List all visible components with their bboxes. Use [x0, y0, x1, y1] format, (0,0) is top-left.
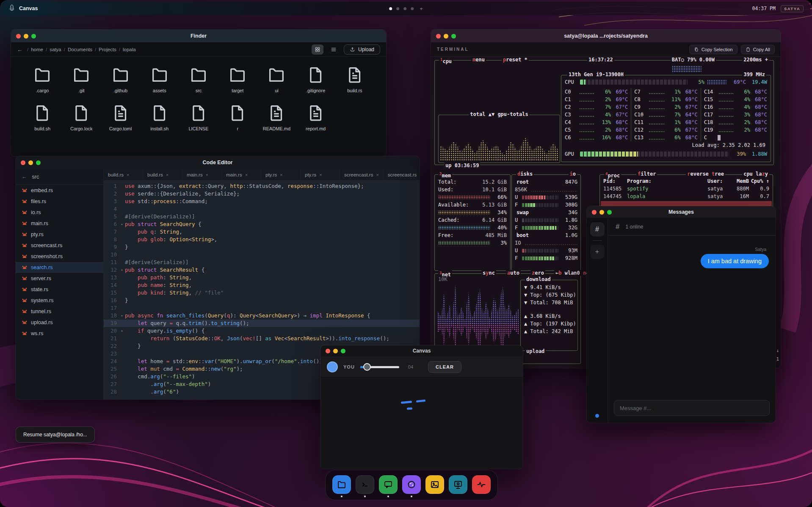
process-row[interactable]: 144745lopalasatya16M0.7 [601, 193, 772, 200]
finder-file[interactable]: .git [63, 65, 99, 93]
maximize-button[interactable] [341, 349, 345, 353]
finder-file[interactable]: README.md [258, 103, 295, 131]
preset-button[interactable]: preset * [502, 57, 529, 63]
sidebar-item-ws.rs[interactable]: ws.rs [16, 328, 103, 339]
sidebar-item-embed.rs[interactable]: embed.rs [16, 185, 103, 196]
editor-tab[interactable]: pty.rs× [301, 169, 340, 180]
io-label[interactable]: io [569, 171, 577, 177]
workspace-dot-2[interactable] [396, 7, 399, 10]
back-button[interactable]: ← [22, 174, 27, 180]
sidebar-item-screenshot.rs[interactable]: screenshot.rs [16, 251, 103, 262]
finder-icon[interactable] [332, 475, 351, 494]
sidebar-item-pty.rs[interactable]: pty.rs [16, 229, 103, 240]
crumb-satya[interactable]: satya [50, 47, 61, 52]
editor-tab[interactable]: build.rs× [104, 169, 143, 180]
upload-button[interactable]: Upload [344, 44, 380, 55]
zero-option[interactable]: zero [530, 270, 545, 276]
editor-tab[interactable]: screencast.rs× [340, 169, 384, 180]
editor-tab[interactable]: main.rs× [222, 169, 261, 180]
minimize-button[interactable] [444, 34, 448, 39]
minimize-button[interactable] [333, 349, 338, 353]
messages-titlebar[interactable]: Messages [587, 206, 776, 218]
activity-icon[interactable] [472, 475, 491, 494]
screencast-icon[interactable] [449, 475, 467, 494]
cpu-lazy-option[interactable]: cpu lazy [742, 171, 769, 177]
back-button[interactable]: ← [17, 46, 23, 53]
message-input[interactable] [614, 400, 770, 416]
close-tab-icon[interactable]: × [319, 172, 322, 177]
sidebar-item-search.rs[interactable]: search.rs [16, 262, 103, 273]
finder-file[interactable]: .github [102, 65, 139, 93]
editor-tab[interactable]: screencast.rs× [384, 169, 420, 180]
finder-file[interactable]: build.rs [337, 65, 373, 93]
crumb-Projects[interactable]: Projects [99, 47, 116, 52]
maximize-button[interactable] [36, 160, 41, 165]
browser-icon[interactable] [402, 475, 421, 494]
editor-titlebar[interactable]: Code Editor [16, 156, 420, 169]
sync-option[interactable]: sync [481, 270, 496, 276]
sidebar-item-system.rs[interactable]: system.rs [16, 295, 103, 306]
canvas-titlebar[interactable]: Canvas [320, 345, 523, 356]
finder-file[interactable]: target [219, 65, 256, 93]
finder-file[interactable]: .gitignore [298, 65, 334, 93]
close-tab-icon[interactable]: × [206, 172, 208, 177]
dock-item-browser[interactable] [402, 475, 421, 497]
dock-item-terminal[interactable] [356, 475, 374, 497]
scroll-down-hint[interactable]: ↓ [776, 347, 779, 355]
close-button[interactable] [592, 210, 597, 215]
close-button[interactable] [21, 160, 25, 165]
finder-file[interactable]: r [219, 103, 256, 131]
interface-label[interactable]: ←b wlan0 n→ [554, 270, 591, 276]
add-workspace-button[interactable]: + [420, 6, 423, 12]
chat-area[interactable]: Satya I am bad at drawing [608, 236, 776, 395]
finder-file[interactable]: build.sh [24, 103, 61, 131]
finder-titlebar[interactable]: Finder [11, 30, 386, 42]
sidebar-item-screencast.rs[interactable]: screencast.rs [16, 240, 103, 251]
copy-selection-button[interactable]: Copy Selection [689, 45, 737, 54]
user-badge[interactable]: SATYA [781, 5, 804, 12]
sidebar-item-files.rs[interactable]: files.rs [16, 196, 103, 207]
minimize-button[interactable] [28, 160, 33, 165]
sort-options[interactable]: reverse tree [686, 171, 725, 177]
sidebar-item-io.rs[interactable]: io.rs [16, 207, 103, 218]
finder-file[interactable]: ui [258, 65, 295, 93]
auto-option[interactable]: auto [506, 270, 521, 276]
minimize-button[interactable] [599, 210, 604, 215]
channel-button[interactable]: # [590, 222, 605, 237]
dock-item-finder[interactable] [332, 475, 351, 497]
sidebar-item-state.rs[interactable]: state.rs [16, 284, 103, 295]
dock-item-activity[interactable] [472, 475, 491, 497]
sidebar-item-server.rs[interactable]: server.rs [16, 273, 103, 284]
sidebar-item-main.rs[interactable]: main.rs [16, 218, 103, 229]
maximize-button[interactable] [451, 34, 456, 39]
gallery-icon[interactable] [425, 475, 444, 494]
drawing-canvas[interactable] [320, 377, 523, 469]
finder-file[interactable]: install.sh [141, 103, 178, 131]
add-channel-button[interactable]: + [590, 245, 605, 259]
menu-button[interactable]: menu [471, 57, 486, 63]
minimize-button[interactable] [24, 34, 28, 39]
finder-file[interactable]: .cargo [24, 65, 61, 93]
copy-all-button[interactable]: Copy All [741, 45, 775, 54]
close-tab-icon[interactable]: × [376, 172, 378, 177]
maximize-button[interactable] [607, 210, 612, 215]
slider-knob[interactable] [363, 363, 371, 371]
workspace-dot-3[interactable] [403, 7, 406, 10]
list-view-button[interactable] [328, 44, 340, 55]
dock-item-messages[interactable] [379, 475, 398, 497]
dock-item-gallery[interactable] [425, 475, 444, 497]
editor-tab[interactable]: pty.rs× [261, 169, 301, 180]
close-tab-icon[interactable]: × [280, 172, 282, 177]
finder-file[interactable]: assets [141, 65, 178, 93]
filter-button[interactable]: filter [636, 171, 657, 177]
finder-file[interactable]: Cargo.lock [63, 103, 99, 131]
close-tab-icon[interactable]: × [127, 172, 129, 177]
messages-icon[interactable] [379, 475, 398, 494]
editor-tab[interactable]: main.rs× [182, 169, 222, 180]
finder-file[interactable]: src [180, 65, 217, 93]
sidebar-item-upload.rs[interactable]: upload.rs [16, 317, 103, 328]
breadcrumb[interactable]: /home/satya/Documents/Projects/lopala [27, 47, 136, 52]
process-row[interactable]: 114585spotifysatya880M0.9 [601, 185, 772, 193]
finder-file[interactable]: report.md [298, 103, 334, 131]
dock-item-screencast[interactable] [449, 475, 467, 497]
